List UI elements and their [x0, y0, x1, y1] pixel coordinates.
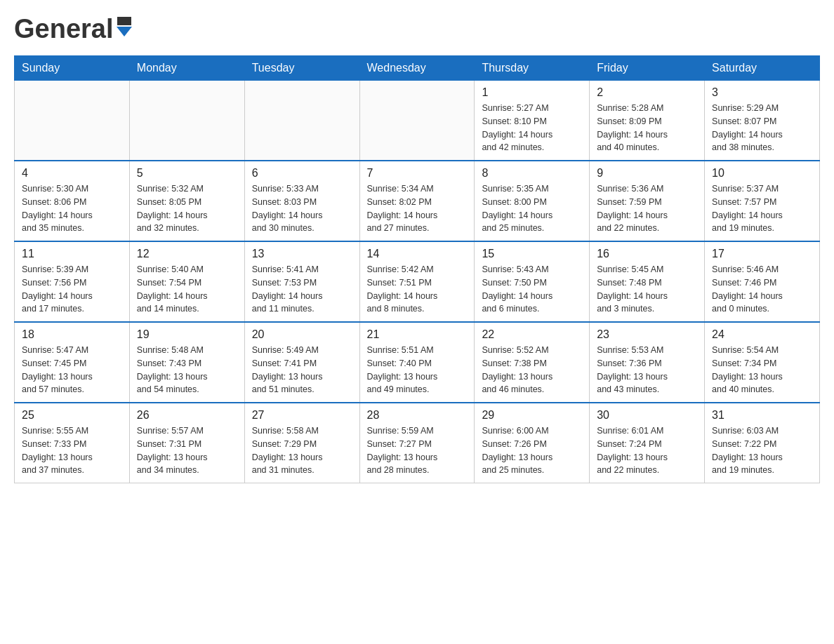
calendar-cell: 17Sunrise: 5:46 AM Sunset: 7:46 PM Dayli… [705, 241, 820, 322]
day-number: 27 [252, 409, 352, 422]
logo-general-text: General [14, 14, 114, 44]
day-number: 14 [367, 248, 468, 260]
day-number: 2 [597, 86, 697, 99]
calendar-cell: 6Sunrise: 5:33 AM Sunset: 8:03 PM Daylig… [244, 161, 359, 241]
day-number: 1 [482, 86, 582, 99]
day-header-friday: Friday [590, 56, 705, 81]
calendar-cell: 1Sunrise: 5:27 AM Sunset: 8:10 PM Daylig… [475, 81, 590, 161]
day-number: 25 [22, 409, 122, 422]
day-info: Sunrise: 5:39 AM Sunset: 7:56 PM Dayligh… [22, 263, 122, 316]
week-row-5: 25Sunrise: 5:55 AM Sunset: 7:33 PM Dayli… [15, 403, 820, 483]
day-info: Sunrise: 5:52 AM Sunset: 7:38 PM Dayligh… [482, 344, 582, 396]
day-number: 28 [367, 409, 468, 422]
calendar-cell: 19Sunrise: 5:48 AM Sunset: 7:43 PM Dayli… [129, 322, 244, 403]
day-number: 23 [597, 328, 697, 341]
calendar-cell: 12Sunrise: 5:40 AM Sunset: 7:54 PM Dayli… [129, 241, 244, 322]
day-header-tuesday: Tuesday [244, 56, 359, 81]
day-info: Sunrise: 5:41 AM Sunset: 7:53 PM Dayligh… [252, 263, 352, 316]
day-info: Sunrise: 5:27 AM Sunset: 8:10 PM Dayligh… [482, 102, 582, 154]
week-row-2: 4Sunrise: 5:30 AM Sunset: 8:06 PM Daylig… [15, 161, 820, 241]
day-info: Sunrise: 5:33 AM Sunset: 8:03 PM Dayligh… [252, 182, 352, 235]
day-number: 12 [137, 248, 237, 260]
day-number: 6 [252, 167, 352, 180]
day-info: Sunrise: 5:58 AM Sunset: 7:29 PM Dayligh… [252, 424, 352, 477]
calendar-cell: 23Sunrise: 5:53 AM Sunset: 7:36 PM Dayli… [590, 322, 705, 403]
calendar-cell: 26Sunrise: 5:57 AM Sunset: 7:31 PM Dayli… [129, 403, 244, 483]
day-number: 30 [597, 409, 697, 422]
calendar-cell: 10Sunrise: 5:37 AM Sunset: 7:57 PM Dayli… [705, 161, 820, 241]
day-info: Sunrise: 5:34 AM Sunset: 8:02 PM Dayligh… [367, 182, 468, 235]
day-number: 21 [367, 328, 468, 341]
day-number: 26 [137, 409, 237, 422]
day-info: Sunrise: 5:51 AM Sunset: 7:40 PM Dayligh… [367, 344, 468, 396]
day-number: 8 [482, 167, 582, 180]
calendar-cell [15, 81, 130, 161]
day-number: 11 [22, 248, 122, 260]
week-row-3: 11Sunrise: 5:39 AM Sunset: 7:56 PM Dayli… [15, 241, 820, 322]
day-info: Sunrise: 5:40 AM Sunset: 7:54 PM Dayligh… [137, 263, 237, 316]
calendar-cell: 24Sunrise: 5:54 AM Sunset: 7:34 PM Dayli… [705, 322, 820, 403]
day-header-monday: Monday [129, 56, 244, 81]
day-number: 7 [367, 167, 468, 180]
day-number: 3 [712, 86, 812, 99]
day-number: 13 [252, 248, 352, 260]
calendar-cell: 22Sunrise: 5:52 AM Sunset: 7:38 PM Dayli… [475, 322, 590, 403]
day-info: Sunrise: 5:53 AM Sunset: 7:36 PM Dayligh… [597, 344, 697, 396]
day-info: Sunrise: 5:57 AM Sunset: 7:31 PM Dayligh… [137, 424, 237, 477]
day-info: Sunrise: 5:45 AM Sunset: 7:48 PM Dayligh… [597, 263, 697, 316]
day-header-thursday: Thursday [475, 56, 590, 81]
calendar-cell: 31Sunrise: 6:03 AM Sunset: 7:22 PM Dayli… [705, 403, 820, 483]
calendar-cell: 16Sunrise: 5:45 AM Sunset: 7:48 PM Dayli… [590, 241, 705, 322]
day-number: 29 [482, 409, 582, 422]
day-info: Sunrise: 6:00 AM Sunset: 7:26 PM Dayligh… [482, 424, 582, 477]
day-number: 9 [597, 167, 697, 180]
day-info: Sunrise: 5:54 AM Sunset: 7:34 PM Dayligh… [712, 344, 812, 396]
day-info: Sunrise: 5:35 AM Sunset: 8:00 PM Dayligh… [482, 182, 582, 235]
calendar-cell: 14Sunrise: 5:42 AM Sunset: 7:51 PM Dayli… [359, 241, 475, 322]
calendar-cell: 2Sunrise: 5:28 AM Sunset: 8:09 PM Daylig… [590, 81, 705, 161]
day-number: 17 [712, 248, 812, 260]
calendar-cell: 20Sunrise: 5:49 AM Sunset: 7:41 PM Dayli… [244, 322, 359, 403]
day-info: Sunrise: 5:29 AM Sunset: 8:07 PM Dayligh… [712, 102, 812, 154]
calendar-cell: 13Sunrise: 5:41 AM Sunset: 7:53 PM Dayli… [244, 241, 359, 322]
calendar-cell: 8Sunrise: 5:35 AM Sunset: 8:00 PM Daylig… [475, 161, 590, 241]
calendar-cell: 28Sunrise: 5:59 AM Sunset: 7:27 PM Dayli… [359, 403, 475, 483]
day-number: 19 [137, 328, 237, 341]
day-number: 22 [482, 328, 582, 341]
day-info: Sunrise: 6:03 AM Sunset: 7:22 PM Dayligh… [712, 424, 812, 477]
day-header-saturday: Saturday [705, 56, 820, 81]
day-info: Sunrise: 5:49 AM Sunset: 7:41 PM Dayligh… [252, 344, 352, 396]
calendar-cell: 29Sunrise: 6:00 AM Sunset: 7:26 PM Dayli… [475, 403, 590, 483]
day-info: Sunrise: 5:48 AM Sunset: 7:43 PM Dayligh… [137, 344, 237, 396]
day-info: Sunrise: 5:32 AM Sunset: 8:05 PM Dayligh… [137, 182, 237, 235]
day-number: 24 [712, 328, 812, 341]
calendar-cell: 21Sunrise: 5:51 AM Sunset: 7:40 PM Dayli… [359, 322, 475, 403]
week-row-1: 1Sunrise: 5:27 AM Sunset: 8:10 PM Daylig… [15, 81, 820, 161]
calendar-cell: 25Sunrise: 5:55 AM Sunset: 7:33 PM Dayli… [15, 403, 130, 483]
day-number: 16 [597, 248, 697, 260]
day-info: Sunrise: 5:36 AM Sunset: 7:59 PM Dayligh… [597, 182, 697, 235]
calendar-cell [359, 81, 475, 161]
day-info: Sunrise: 5:42 AM Sunset: 7:51 PM Dayligh… [367, 263, 468, 316]
calendar-cell: 11Sunrise: 5:39 AM Sunset: 7:56 PM Dayli… [15, 241, 130, 322]
day-info: Sunrise: 5:30 AM Sunset: 8:06 PM Dayligh… [22, 182, 122, 235]
calendar-cell: 4Sunrise: 5:30 AM Sunset: 8:06 PM Daylig… [15, 161, 130, 241]
calendar-cell: 7Sunrise: 5:34 AM Sunset: 8:02 PM Daylig… [359, 161, 475, 241]
calendar-cell: 27Sunrise: 5:58 AM Sunset: 7:29 PM Dayli… [244, 403, 359, 483]
calendar-cell: 15Sunrise: 5:43 AM Sunset: 7:50 PM Dayli… [475, 241, 590, 322]
day-info: Sunrise: 5:46 AM Sunset: 7:46 PM Dayligh… [712, 263, 812, 316]
day-info: Sunrise: 5:55 AM Sunset: 7:33 PM Dayligh… [22, 424, 122, 477]
day-info: Sunrise: 5:59 AM Sunset: 7:27 PM Dayligh… [367, 424, 468, 477]
day-number: 15 [482, 248, 582, 260]
calendar-cell [244, 81, 359, 161]
day-info: Sunrise: 6:01 AM Sunset: 7:24 PM Dayligh… [597, 424, 697, 477]
day-number: 18 [22, 328, 122, 341]
calendar: SundayMondayTuesdayWednesdayThursdayFrid… [14, 55, 820, 483]
day-number: 5 [137, 167, 237, 180]
week-row-4: 18Sunrise: 5:47 AM Sunset: 7:45 PM Dayli… [15, 322, 820, 403]
calendar-cell: 3Sunrise: 5:29 AM Sunset: 8:07 PM Daylig… [705, 81, 820, 161]
calendar-cell: 18Sunrise: 5:47 AM Sunset: 7:45 PM Dayli… [15, 322, 130, 403]
calendar-cell: 5Sunrise: 5:32 AM Sunset: 8:05 PM Daylig… [129, 161, 244, 241]
page-header: General [14, 14, 820, 41]
calendar-cell: 9Sunrise: 5:36 AM Sunset: 7:59 PM Daylig… [590, 161, 705, 241]
